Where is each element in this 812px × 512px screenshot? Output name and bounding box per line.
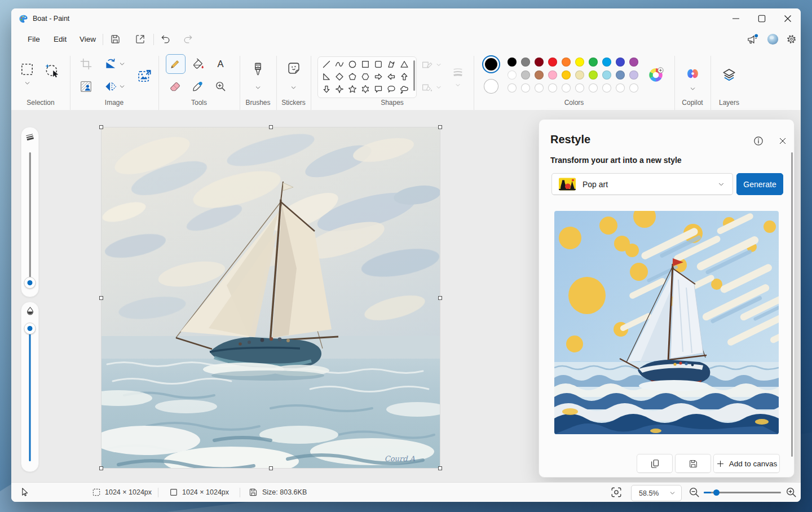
panel-close-icon[interactable] [777,135,788,147]
palette-empty-slot[interactable] [535,83,544,92]
shape-heart[interactable] [320,95,333,98]
shape-star-4[interactable] [333,83,346,95]
account-button[interactable] [763,30,782,48]
palette-color-swatch[interactable] [535,58,544,67]
add-to-canvas-button[interactable]: Add to canvas [713,454,780,473]
redo-button[interactable] [178,30,198,48]
resize-handle-s[interactable] [269,466,273,470]
menu-view[interactable]: View [72,31,103,48]
shape-hexagon[interactable] [359,70,372,83]
layers-button[interactable] [720,66,739,84]
menu-file[interactable]: File [20,31,47,48]
palette-color-swatch[interactable] [602,70,611,80]
resize-handle-nw[interactable] [99,125,103,129]
paint-canvas[interactable]: Courd A [102,127,440,468]
palette-empty-slot[interactable] [602,83,611,92]
shape-lightning[interactable] [333,95,346,98]
resize-handle-e[interactable] [438,296,442,300]
settings-button[interactable] [782,30,801,48]
chevron-down-icon[interactable] [690,86,696,92]
brushes-button[interactable] [248,59,268,79]
zoom-slider-thumb[interactable] [713,489,720,496]
zoom-in-icon[interactable] [785,486,797,498]
shape-right-triangle[interactable] [320,70,333,83]
palette-color-swatch[interactable] [508,58,517,67]
shape-star-5[interactable] [346,83,359,95]
palette-color-swatch[interactable] [521,58,530,67]
text-tool-button[interactable]: A [211,55,230,73]
resize-handle-se[interactable] [438,466,442,470]
resize-handle-sw[interactable] [99,466,103,470]
palette-color-swatch[interactable] [562,70,571,80]
remove-background-button[interactable] [77,77,95,95]
shape-callout-rectangle[interactable] [372,83,385,95]
palette-color-swatch[interactable] [521,70,530,80]
style-dropdown[interactable]: Pop art [551,173,733,195]
background-color-swatch[interactable] [484,79,498,94]
chevron-down-icon[interactable] [436,62,442,68]
crop-button[interactable] [77,55,95,73]
shape-callout-oval[interactable] [385,83,398,95]
palette-empty-slot[interactable] [616,83,625,92]
shape-callout-cloud[interactable] [398,83,411,95]
fit-screen-icon[interactable] [610,486,623,498]
menu-edit[interactable]: Edit [46,31,74,48]
shape-curve[interactable] [333,58,346,70]
palette-color-swatch[interactable] [616,70,625,80]
opacity-slider-thumb[interactable] [24,323,36,334]
generate-button[interactable]: Generate [736,173,783,195]
shape-arrow-left[interactable] [385,70,398,83]
shapes-scrollbar[interactable] [413,60,415,91]
palette-empty-slot[interactable] [562,83,571,92]
palette-empty-slot[interactable] [508,83,517,92]
shape-arrow-down[interactable] [320,83,333,95]
palette-color-swatch[interactable] [589,70,598,80]
shape-diamond[interactable] [333,70,346,83]
chevron-down-icon[interactable] [455,82,461,88]
share-button[interactable] [130,30,150,48]
palette-color-swatch[interactable] [589,58,598,67]
feedback-button[interactable] [743,30,762,48]
palette-color-swatch[interactable] [602,58,611,67]
palette-empty-slot[interactable] [589,83,598,92]
close-button[interactable] [775,9,801,28]
pencil-tool-button[interactable] [166,55,184,73]
opacity-slider-track[interactable] [29,328,31,461]
chevron-down-icon[interactable] [24,80,30,86]
shape-outline-button[interactable] [419,57,435,73]
palette-color-swatch[interactable] [548,70,557,80]
palette-color-swatch[interactable] [562,58,571,67]
chevron-down-icon[interactable] [436,85,442,90]
shape-rounded-rectangle[interactable] [372,58,385,70]
chevron-down-icon[interactable] [290,85,297,91]
thickness-slider-track[interactable] [29,152,31,284]
shape-star-6[interactable] [359,83,372,95]
palette-color-swatch[interactable] [575,58,584,67]
save-result-button[interactable] [675,454,711,473]
palette-empty-slot[interactable] [548,83,557,92]
zoom-out-icon[interactable] [688,486,700,498]
palette-color-swatch[interactable] [508,70,517,80]
rotate-button[interactable] [102,55,120,73]
info-icon[interactable] [753,135,764,147]
copilot-button[interactable] [683,64,701,82]
chevron-down-icon[interactable] [119,83,125,90]
shape-arrow-right[interactable] [372,70,385,83]
minimize-button[interactable] [723,9,749,28]
magnifier-tool-button[interactable] [211,77,230,95]
save-button[interactable] [105,30,125,48]
shape-pentagon[interactable] [346,70,359,83]
palette-color-swatch[interactable] [629,70,638,80]
stickers-button[interactable] [284,59,303,78]
image-options-button[interactable] [135,66,154,85]
shape-rectangle[interactable] [359,58,372,70]
shape-line[interactable] [320,58,333,70]
undo-button[interactable] [155,30,175,48]
shape-fill-button[interactable] [419,80,435,95]
palette-empty-slot[interactable] [575,83,584,92]
maximize-button[interactable] [749,9,775,28]
panel-scrollbar[interactable] [791,152,793,457]
resize-handle-ne[interactable] [438,125,442,129]
resize-handle-n[interactable] [269,125,273,129]
palette-color-swatch[interactable] [629,58,638,67]
